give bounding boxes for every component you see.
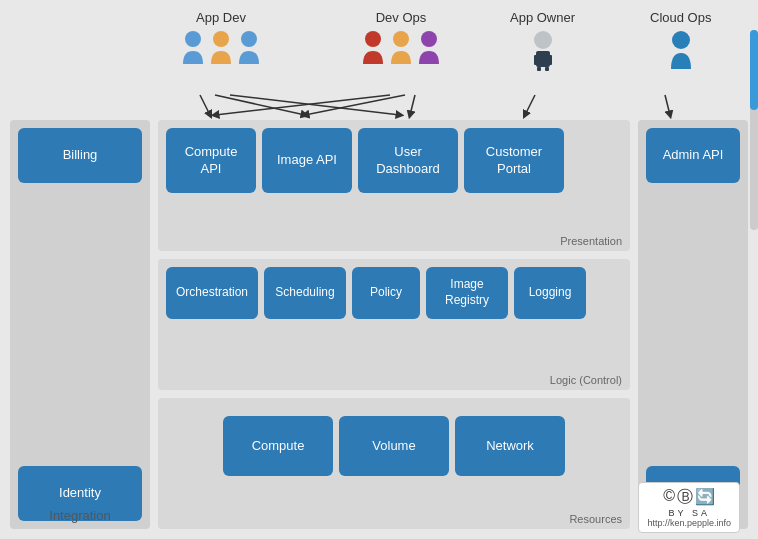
- logic-boxes: Orchestration Scheduling Policy ImageReg…: [166, 267, 622, 335]
- presentation-boxes: ComputeAPI Image API UserDashboard Custo…: [166, 128, 622, 209]
- image-api-box[interactable]: Image API: [262, 128, 352, 193]
- persona-label-cloud-ops: Cloud Ops: [650, 10, 711, 25]
- persona-app-owner: App Owner: [510, 10, 575, 71]
- management-column: Admin API Monitoring Management: [638, 120, 748, 529]
- svg-point-4: [393, 31, 409, 47]
- user-dashboard-box[interactable]: UserDashboard: [358, 128, 458, 193]
- persona-label-app-owner: App Owner: [510, 10, 575, 25]
- resources-boxes: Compute Volume Network: [166, 406, 622, 496]
- compute-api-box[interactable]: ComputeAPI: [166, 128, 256, 193]
- persona-icons-app-dev: [180, 29, 262, 67]
- persona-label-dev-ops: Dev Ops: [376, 10, 427, 25]
- cc-by-icon: Ⓑ: [677, 487, 693, 508]
- billing-box[interactable]: Billing: [18, 128, 142, 183]
- svg-rect-11: [545, 67, 549, 71]
- admin-api-box[interactable]: Admin API: [646, 128, 740, 183]
- svg-rect-8: [534, 55, 538, 65]
- svg-point-12: [672, 31, 690, 49]
- cc-sa-icon: 🔄: [695, 487, 715, 508]
- integration-column: Billing Identity Integration: [10, 120, 150, 529]
- scrollbar[interactable]: [750, 30, 758, 230]
- policy-box[interactable]: Policy: [352, 267, 420, 319]
- persona-cloud-ops: Cloud Ops: [650, 10, 711, 71]
- svg-point-5: [421, 31, 437, 47]
- cc-by-sa-text: BY SA: [647, 508, 731, 518]
- network-box[interactable]: Network: [455, 416, 565, 476]
- cc-icon: ©: [663, 487, 675, 508]
- logging-box[interactable]: Logging: [514, 267, 586, 319]
- person-icon: [360, 29, 386, 67]
- persona-app-dev: App Dev: [180, 10, 262, 67]
- cc-icons: © Ⓑ 🔄: [647, 487, 731, 508]
- persona-label-app-dev: App Dev: [196, 10, 246, 25]
- resources-label: Resources: [569, 513, 622, 525]
- main-container: App Dev: [0, 0, 758, 539]
- svg-point-2: [241, 31, 257, 47]
- cc-license-box: © Ⓑ 🔄 BY SA http://ken.pepple.info: [638, 482, 740, 533]
- volume-box[interactable]: Volume: [339, 416, 449, 476]
- cc-url: http://ken.pepple.info: [647, 518, 731, 528]
- persona-icons-cloud-ops: [666, 29, 696, 71]
- person-icon: [416, 29, 442, 67]
- person-icon: [528, 29, 558, 71]
- presentation-panel: ComputeAPI Image API UserDashboard Custo…: [158, 120, 630, 251]
- svg-point-0: [185, 31, 201, 47]
- personas-row: App Dev: [0, 0, 758, 110]
- person-icon: [236, 29, 262, 67]
- columns-container: Billing Identity Integration ComputeAPI …: [0, 120, 758, 539]
- persona-icons-dev-ops: [360, 29, 442, 67]
- logic-panel: Orchestration Scheduling Policy ImageReg…: [158, 259, 630, 390]
- presentation-label: Presentation: [560, 235, 622, 247]
- compute-box[interactable]: Compute: [223, 416, 333, 476]
- customer-portal-box[interactable]: CustomerPortal: [464, 128, 564, 193]
- resources-panel: Compute Volume Network Resources: [158, 398, 630, 529]
- scrollbar-thumb[interactable]: [750, 30, 758, 110]
- svg-rect-9: [548, 55, 552, 65]
- person-icon: [208, 29, 234, 67]
- svg-rect-7: [536, 51, 550, 67]
- persona-icons-app-owner: [528, 29, 558, 71]
- person-icon: [180, 29, 206, 67]
- persona-dev-ops: Dev Ops: [360, 10, 442, 67]
- person-icon: [388, 29, 414, 67]
- logic-label: Logic (Control): [550, 374, 622, 386]
- center-column: ComputeAPI Image API UserDashboard Custo…: [158, 120, 630, 529]
- person-icon: [666, 29, 696, 71]
- svg-point-1: [213, 31, 229, 47]
- svg-point-6: [534, 31, 552, 49]
- scheduling-box[interactable]: Scheduling: [264, 267, 346, 319]
- orchestration-box[interactable]: Orchestration: [166, 267, 258, 319]
- svg-rect-10: [537, 67, 541, 71]
- integration-label: Integration: [10, 508, 150, 523]
- svg-point-3: [365, 31, 381, 47]
- image-registry-box[interactable]: ImageRegistry: [426, 267, 508, 319]
